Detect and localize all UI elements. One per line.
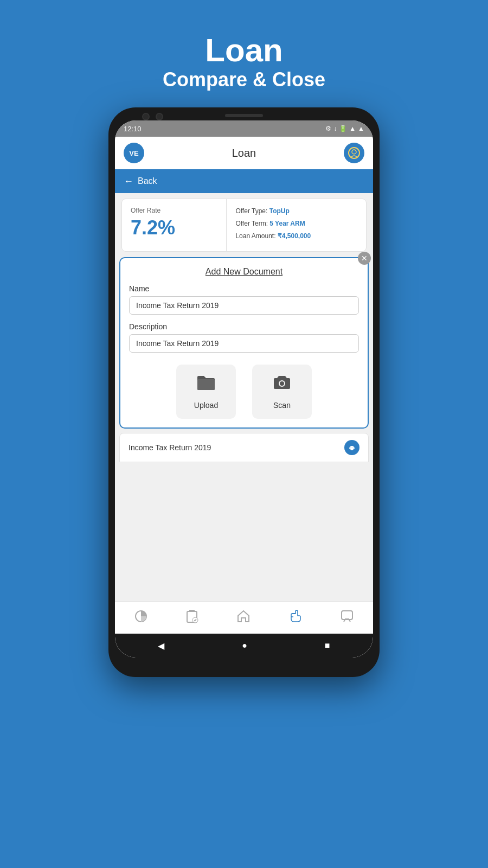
offer-type-label: Offer Type:	[235, 207, 269, 215]
avatar[interactable]: VE	[124, 143, 144, 163]
prev-doc-area[interactable]: Income Tax Return 2019	[119, 433, 369, 462]
clipboard-icon	[185, 609, 198, 627]
close-button[interactable]: ✕	[358, 252, 371, 265]
loan-amount-value: ₹4,500,000	[278, 232, 311, 240]
nav-item-pie[interactable]	[131, 606, 151, 630]
offer-type-value: TopUp	[269, 207, 290, 215]
status-time: 12:10	[124, 125, 142, 133]
name-label: Name	[129, 284, 359, 293]
nav-item-chat[interactable]	[337, 606, 357, 630]
app-header: VE Loan	[115, 137, 373, 169]
chat-icon	[340, 609, 354, 627]
hands-icon	[288, 609, 303, 627]
scan-label: Scan	[273, 401, 291, 410]
settings-icon: ⚙	[325, 125, 331, 132]
phone-camera-left	[142, 113, 150, 120]
android-home-button[interactable]: ●	[242, 641, 247, 650]
battery-icon: 🔋	[339, 125, 347, 132]
phone-screen: 12:10 ⚙ ↓ 🔋 ▲ ▲ VE Loan ←	[115, 120, 373, 658]
offer-term-value: 5 Year ARM	[269, 220, 305, 227]
android-recent-button[interactable]: ■	[325, 641, 330, 650]
wifi-icon: ▲	[349, 125, 356, 132]
offer-rate-section: Offer Rate 7.2%	[122, 199, 227, 251]
back-bar[interactable]: ← Back	[115, 169, 373, 193]
offer-term-row: Offer Term: 5 Year ARM	[235, 219, 357, 228]
svg-rect-2	[197, 379, 215, 390]
nav-item-clipboard[interactable]	[182, 606, 202, 630]
svg-rect-9	[342, 611, 352, 620]
prev-doc-text: Income Tax Return 2019	[129, 443, 211, 452]
doc-title: Add New Document	[129, 267, 359, 277]
offer-rate-label: Offer Rate	[131, 207, 217, 214]
description-label: Description	[129, 322, 359, 331]
offer-details-section: Offer Type: TopUp Offer Term: 5 Year ARM…	[227, 199, 366, 251]
scan-button[interactable]: Scan	[252, 365, 312, 419]
svg-point-4	[280, 381, 284, 386]
nav-item-home[interactable]	[233, 606, 254, 630]
svg-point-5	[350, 447, 354, 450]
status-icons: ⚙ ↓ 🔋 ▲ ▲	[325, 125, 364, 132]
document-area: ✕ Add New Document Name Description	[119, 257, 369, 429]
offer-card: Offer Rate 7.2% Offer Type: TopUp Offer …	[121, 199, 367, 252]
android-nav: ◀ ● ■	[115, 634, 373, 658]
folder-icon	[196, 374, 216, 395]
back-arrow-icon: ←	[124, 176, 133, 187]
loan-amount-row: Loan Amount: ₹4,500,000	[235, 232, 357, 241]
status-bar: 12:10 ⚙ ↓ 🔋 ▲ ▲	[115, 120, 373, 137]
page-title: Loan	[163, 33, 325, 68]
header-logo[interactable]	[344, 143, 364, 163]
android-back-button[interactable]: ◀	[158, 641, 164, 651]
home-icon	[236, 609, 251, 627]
upload-button[interactable]: Upload	[176, 365, 236, 419]
phone-speaker	[225, 114, 263, 117]
phone-camera-right	[156, 113, 163, 120]
description-input[interactable]	[129, 334, 359, 353]
svg-point-0	[349, 148, 359, 158]
upload-label: Upload	[194, 401, 218, 410]
phone-frame: 12:10 ⚙ ↓ 🔋 ▲ ▲ VE Loan ←	[108, 107, 380, 677]
app-header-title: Loan	[232, 147, 256, 159]
pie-chart-icon	[134, 609, 148, 627]
back-label: Back	[138, 176, 157, 186]
svg-point-1	[352, 150, 356, 154]
offer-rate-value: 7.2%	[131, 216, 217, 239]
offer-type-row: Offer Type: TopUp	[235, 207, 357, 216]
action-buttons: Upload Scan	[129, 365, 359, 419]
camera-icon	[272, 374, 292, 395]
nav-item-hands[interactable]	[285, 606, 306, 630]
signal-icon: ▲	[358, 125, 364, 132]
download-icon: ↓	[333, 125, 337, 132]
offer-term-label: Offer Term:	[235, 220, 269, 227]
loan-amount-label: Loan Amount:	[235, 232, 277, 240]
phone-top-bar	[115, 114, 373, 117]
page-subtitle: Compare & Close	[163, 68, 325, 91]
bottom-nav	[115, 601, 373, 634]
prev-doc-action-icon[interactable]	[344, 440, 359, 455]
name-input[interactable]	[129, 296, 359, 315]
